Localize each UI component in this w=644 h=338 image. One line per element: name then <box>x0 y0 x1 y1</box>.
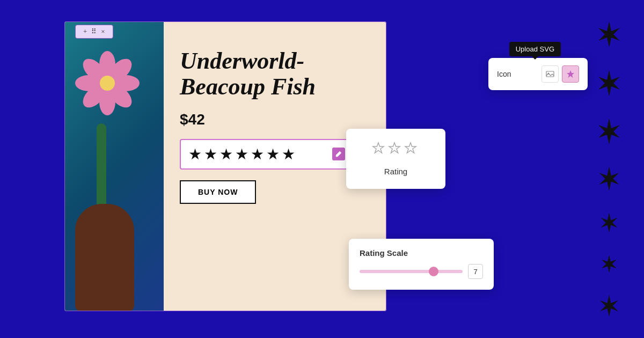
rating-card-label: Rating <box>357 167 435 176</box>
toolbar-area: + ⠿ × <box>75 25 113 39</box>
svg-marker-4 <box>601 213 618 233</box>
rating-stars-display: ★★★★★★★ <box>188 145 297 163</box>
svg-marker-6 <box>600 295 618 317</box>
icon-panel: Icon <box>488 58 588 90</box>
star-icon <box>566 70 575 78</box>
plus-icon: + <box>83 27 87 36</box>
starburst-6 <box>599 254 619 274</box>
icon-panel-label: Icon <box>497 70 511 78</box>
svg-marker-10 <box>373 143 384 153</box>
hand-body <box>75 204 134 311</box>
grid-icon: ⠿ <box>91 27 97 36</box>
svg-marker-0 <box>598 21 620 47</box>
starburst-1 <box>595 20 623 48</box>
slider-thumb[interactable] <box>429 267 438 276</box>
starburst-4 <box>596 166 622 192</box>
icon-image-button[interactable] <box>541 65 559 83</box>
pencil-icon <box>335 151 342 157</box>
svg-marker-3 <box>599 167 619 190</box>
rating-card-stars <box>357 142 435 161</box>
edit-rating-button[interactable] <box>332 148 345 160</box>
svg-marker-1 <box>598 70 620 96</box>
image-icon <box>546 70 554 78</box>
scale-card: Rating Scale 7 <box>349 239 494 290</box>
svg-marker-2 <box>598 119 620 144</box>
svg-marker-11 <box>389 143 400 153</box>
rating-row: ★★★★★★★ <box>180 139 352 170</box>
main-card: Underworld- Beacoup Fish $42 ★★★★★★★ BUY… <box>64 21 386 311</box>
slider-track[interactable] <box>360 270 463 273</box>
star-sidebar <box>585 0 633 338</box>
starburst-7 <box>597 294 621 318</box>
starburst-3 <box>595 117 623 145</box>
svg-marker-5 <box>602 255 617 273</box>
product-title: Underworld- Beacoup Fish <box>180 48 370 100</box>
empty-stars-icon <box>372 142 420 158</box>
rating-card: Rating <box>346 129 445 189</box>
scale-value: 7 <box>468 264 483 279</box>
scale-row: 7 <box>360 264 483 279</box>
flower-head <box>78 54 137 113</box>
starburst-5 <box>598 212 620 233</box>
buy-now-button[interactable]: BUY NOW <box>180 180 256 204</box>
svg-rect-7 <box>546 71 554 77</box>
product-price: $42 <box>180 111 370 128</box>
scale-card-label: Rating Scale <box>360 248 483 258</box>
upload-svg-tooltip: Upload SVG <box>509 42 561 56</box>
toolbar-tab[interactable]: + ⠿ × <box>75 25 113 39</box>
flower-center <box>100 76 115 91</box>
svg-marker-12 <box>405 143 416 153</box>
icon-buttons <box>541 65 579 83</box>
photo-panel <box>64 21 164 311</box>
starburst-2 <box>595 69 623 97</box>
close-icon: × <box>101 27 105 36</box>
icon-row: Icon <box>497 65 579 83</box>
icon-star-button[interactable] <box>562 65 579 83</box>
svg-marker-9 <box>567 70 574 78</box>
